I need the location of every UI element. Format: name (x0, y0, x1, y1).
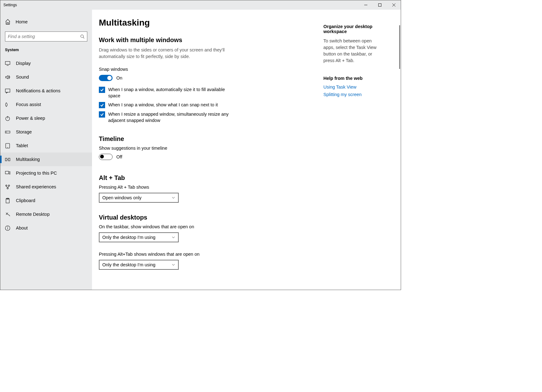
focus-icon (5, 102, 10, 107)
snap-description: Drag windows to the sides or corners of … (99, 47, 230, 60)
tablet-icon (5, 143, 10, 148)
sidebar-item-label: Clipboard (16, 198, 35, 203)
power-icon (5, 116, 10, 121)
svg-line-22 (7, 186, 7, 187)
titlebar: Settings (0, 0, 401, 10)
about-icon (5, 225, 10, 231)
sidebar-item-label: Focus assist (16, 102, 41, 107)
alttab-label: Pressing Alt + Tab shows (99, 185, 311, 190)
snap-check-3[interactable] (99, 111, 105, 118)
shared-icon (5, 184, 10, 190)
notifications-icon (5, 88, 10, 94)
chevron-down-icon (172, 196, 175, 200)
virtual-value-1: Only the desktop I'm using (102, 235, 155, 240)
projecting-icon (5, 171, 10, 176)
virtual-dropdown-1[interactable]: Only the desktop I'm using (99, 232, 179, 242)
search-box[interactable] (5, 31, 87, 41)
svg-point-12 (6, 132, 7, 132)
snap-check-1-label: When I snap a window, automatically size… (108, 87, 230, 99)
virtual-label-1: On the taskbar, show windows that are op… (99, 224, 311, 229)
sidebar-item-label: Projecting to this PC (16, 171, 57, 176)
svg-line-5 (83, 37, 85, 39)
sidebar-item-display[interactable]: Display (0, 56, 92, 70)
chevron-down-icon (172, 263, 175, 267)
virtual-dropdown-2[interactable]: Only the desktop I'm using (99, 260, 179, 270)
svg-rect-16 (8, 158, 10, 161)
svg-rect-18 (5, 171, 9, 174)
sidebar-item-about[interactable]: About (0, 221, 92, 235)
sidebar-item-label: Notifications & actions (16, 88, 60, 93)
timeline-toggle[interactable] (99, 154, 113, 160)
window-title: Settings (3, 3, 17, 7)
sidebar-item-label: Tablet (16, 143, 28, 148)
sidebar-item-tablet[interactable]: Tablet (0, 139, 92, 152)
clipboard-icon (5, 198, 10, 203)
help-link-splitscreen[interactable]: Splitting my screen (323, 92, 377, 97)
sidebar-item-label: Display (16, 61, 31, 66)
snap-toggle[interactable] (99, 75, 113, 81)
remote-icon (5, 212, 10, 217)
help-organize-heading: Organize your desktop workspace (323, 24, 377, 34)
search-icon (80, 34, 85, 39)
sidebar-section-label: System (0, 48, 92, 56)
svg-point-21 (7, 187, 8, 189)
sidebar-item-multitasking[interactable]: Multitasking (0, 152, 92, 166)
svg-point-4 (81, 35, 84, 38)
alttab-value: Open windows only (102, 195, 142, 200)
sidebar-nav: Display Sound Notifications & actions Fo… (0, 56, 92, 235)
sidebar-item-storage[interactable]: Storage (0, 125, 92, 139)
virtual-value-2: Only the desktop I'm using (102, 262, 155, 267)
sidebar-item-remote[interactable]: Remote Desktop (0, 207, 92, 221)
sidebar-item-power[interactable]: Power & sleep (0, 111, 92, 125)
svg-point-28 (7, 227, 8, 227)
snap-check-2[interactable] (99, 102, 105, 108)
home-label: Home (16, 19, 28, 24)
timeline-toggle-state: Off (116, 154, 122, 159)
sidebar-item-label: Sound (16, 75, 29, 80)
alttab-heading: Alt + Tab (99, 174, 311, 181)
sidebar-item-projecting[interactable]: Projecting to this PC (0, 166, 92, 180)
svg-point-19 (6, 185, 7, 186)
svg-rect-1 (378, 4, 381, 7)
timeline-toggle-label: Show suggestions in your timeline (99, 146, 311, 151)
storage-icon (5, 129, 10, 135)
window-controls (359, 0, 401, 10)
snap-check-2-label: When I snap a window, show what I can sn… (108, 102, 218, 108)
sidebar-item-label: Shared experiences (16, 184, 56, 189)
sidebar-item-label: Multitasking (16, 157, 40, 162)
snap-toggle-label: Snap windows (99, 67, 311, 72)
minimize-button[interactable] (359, 0, 373, 10)
snap-heading: Work with multiple windows (99, 36, 311, 44)
sidebar-item-label: Storage (16, 129, 32, 134)
snap-check-1[interactable] (99, 87, 105, 93)
svg-point-20 (8, 185, 10, 186)
sidebar-item-label: About (16, 225, 28, 230)
help-organize-text: To switch between open apps, select the … (323, 38, 377, 64)
virtual-label-2: Pressing Alt+Tab shows windows that are … (99, 252, 311, 257)
sidebar-item-clipboard[interactable]: Clipboard (0, 194, 92, 207)
scrollbar-thumb[interactable] (399, 25, 400, 69)
help-web-heading: Help from the web (323, 76, 377, 81)
sidebar: Home System Display Sound Notifications … (0, 10, 92, 290)
svg-rect-15 (5, 158, 7, 161)
home-button[interactable]: Home (0, 15, 92, 28)
chevron-down-icon (172, 235, 175, 239)
sidebar-item-notifications[interactable]: Notifications & actions (0, 84, 92, 98)
alttab-dropdown[interactable]: Open windows only (99, 193, 179, 203)
snap-check-3-label: When I resize a snapped window, simultan… (108, 111, 230, 123)
sidebar-item-label: Power & sleep (16, 116, 45, 121)
sidebar-item-sound[interactable]: Sound (0, 70, 92, 84)
sidebar-item-focus[interactable]: Focus assist (0, 98, 92, 111)
svg-rect-8 (5, 89, 10, 92)
maximize-button[interactable] (373, 0, 387, 10)
display-icon (5, 61, 10, 66)
close-button[interactable] (387, 0, 401, 10)
home-icon (5, 19, 11, 25)
multitasking-icon (5, 157, 10, 162)
search-input[interactable] (8, 34, 80, 39)
snap-toggle-state: On (116, 75, 122, 80)
help-link-taskview[interactable]: Using Task View (323, 85, 377, 90)
help-panel: Organize your desktop workspace To switc… (311, 18, 383, 290)
sound-icon (5, 75, 10, 80)
sidebar-item-shared[interactable]: Shared experiences (0, 180, 92, 194)
